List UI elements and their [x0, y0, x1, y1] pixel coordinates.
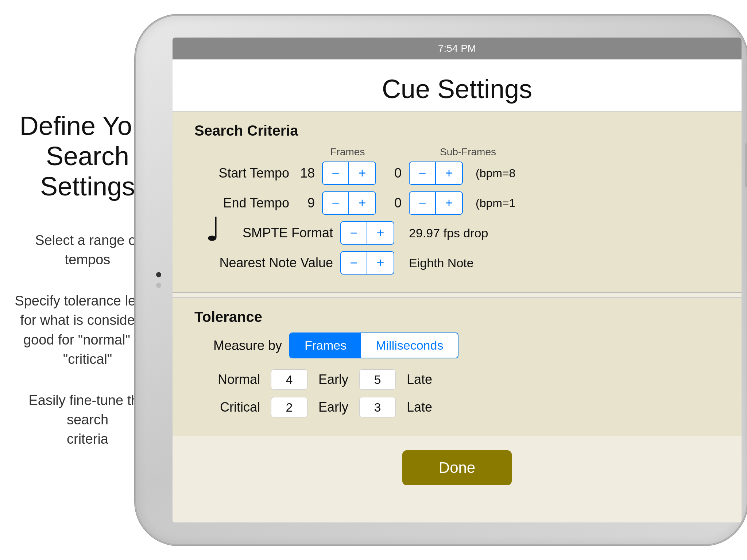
music-note-icon: ♩: [205, 210, 221, 248]
frames-segment-button[interactable]: Frames: [290, 333, 361, 358]
critical-label: Critical: [194, 400, 260, 415]
end-tempo-subframes-increment[interactable]: +: [436, 192, 462, 214]
end-tempo-frames-increment[interactable]: +: [349, 192, 375, 214]
start-tempo-bpm: (bpm=8: [476, 167, 515, 180]
end-tempo-frames-decrement[interactable]: −: [323, 192, 349, 214]
start-tempo-label: Start Tempo: [194, 166, 289, 181]
critical-late-text: Late: [407, 400, 432, 415]
side-button: [745, 143, 747, 187]
start-tempo-subframes-stepper: − +: [409, 162, 463, 185]
end-tempo-bpm: (bpm=1: [476, 197, 515, 210]
smpte-format-row: SMPTE Format − + 29.97 fps drop: [194, 221, 720, 245]
nearest-note-stepper: − +: [340, 251, 394, 275]
normal-early-input[interactable]: [271, 369, 307, 390]
ipad-device: 7:54 PM Cue Settings Search Criteria Fra…: [135, 15, 747, 545]
end-tempo-row: End Tempo 9 − + 0 − + (bpm=1: [194, 191, 720, 215]
normal-late-input[interactable]: [359, 369, 396, 390]
smpte-format-stepper: − +: [340, 221, 394, 245]
tolerance-section: Tolerance Measure by Frames Milliseconds…: [173, 297, 742, 436]
section-divider: [173, 292, 742, 293]
measure-by-label: Measure by: [194, 338, 282, 353]
critical-tolerance-row: Critical Early Late: [194, 397, 720, 417]
start-tempo-subframes-increment[interactable]: +: [436, 162, 462, 184]
start-tempo-frames-decrement[interactable]: −: [323, 162, 349, 184]
done-button[interactable]: Done: [402, 450, 512, 485]
end-tempo-subframes-value: 0: [383, 195, 402, 211]
measure-by-segmented[interactable]: Frames Milliseconds: [289, 332, 458, 358]
smpte-format-value: 29.97 fps drop: [409, 226, 488, 240]
milliseconds-segment-button[interactable]: Milliseconds: [361, 333, 458, 358]
app-content: Cue Settings Search Criteria Frames Sub-…: [173, 59, 742, 522]
scroll-dots: [156, 272, 161, 288]
start-tempo-row: Start Tempo 18 − + 0 − + (bpm=8: [194, 162, 720, 185]
search-criteria-header: Search Criteria: [194, 122, 720, 139]
tolerance-header: Tolerance: [194, 309, 720, 325]
end-tempo-frames-value: 9: [297, 195, 315, 211]
end-tempo-frames-stepper: − +: [322, 191, 376, 215]
done-button-container: Done: [173, 436, 742, 500]
ipad-screen: 7:54 PM Cue Settings Search Criteria Fra…: [173, 38, 742, 522]
subframes-col-label: Sub-Frames: [424, 146, 512, 158]
nearest-note-increment[interactable]: +: [367, 252, 394, 274]
critical-early-text: Early: [318, 400, 348, 415]
normal-early-text: Early: [318, 372, 348, 387]
search-criteria-section: Search Criteria Frames Sub-Frames Start …: [173, 111, 742, 292]
critical-late-input[interactable]: [359, 397, 396, 417]
nearest-note-label: Nearest Note Value: [194, 255, 333, 271]
normal-label: Normal: [194, 372, 260, 387]
start-tempo-frames-increment[interactable]: +: [349, 162, 375, 184]
normal-tolerance-row: Normal Early Late: [194, 369, 720, 390]
smpte-format-decrement[interactable]: −: [341, 222, 367, 244]
smpte-format-increment[interactable]: +: [367, 222, 394, 244]
start-tempo-subframes-decrement[interactable]: −: [410, 162, 436, 184]
end-tempo-subframes-decrement[interactable]: −: [410, 192, 436, 214]
frames-col-label: Frames: [307, 146, 388, 158]
status-time: 7:54 PM: [438, 43, 476, 54]
dot-1: [156, 272, 161, 277]
measure-by-row: Measure by Frames Milliseconds: [194, 332, 720, 358]
page-title: Cue Settings: [173, 59, 742, 111]
end-tempo-label: End Tempo: [194, 195, 289, 211]
nearest-note-value: Eighth Note: [409, 256, 474, 270]
dot-2: [156, 283, 161, 288]
end-tempo-subframes-stepper: − +: [409, 191, 463, 215]
start-tempo-subframes-value: 0: [383, 166, 402, 181]
start-tempo-frames-stepper: − +: [322, 162, 376, 185]
status-bar: 7:54 PM: [173, 38, 742, 59]
critical-early-input[interactable]: [271, 397, 307, 417]
start-tempo-frames-value: 18: [297, 166, 315, 181]
nearest-note-decrement[interactable]: −: [341, 252, 367, 274]
normal-late-text: Late: [407, 372, 432, 387]
nearest-note-row: Nearest Note Value − + Eighth Note: [194, 251, 720, 275]
